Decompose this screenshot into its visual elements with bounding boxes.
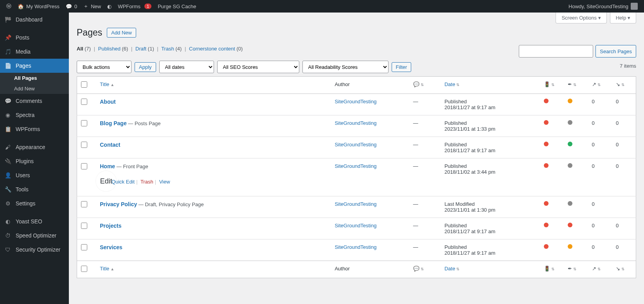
page-title-link[interactable]: About — [100, 99, 115, 105]
form-icon: 📋 — [4, 125, 12, 133]
purge-cache[interactable]: Purge SG Cache — [155, 0, 199, 13]
readability-filter-select[interactable]: All Readability Scores — [302, 61, 389, 73]
seo-filter-select[interactable]: All SEO Scores — [217, 61, 299, 73]
view-all[interactable]: All — [77, 46, 83, 52]
menu-dashboard[interactable]: 🏁Dashboard — [0, 13, 69, 27]
author-link[interactable]: SiteGroundTesting — [335, 244, 376, 250]
col-date[interactable]: Date — [444, 81, 455, 87]
row-checkbox[interactable] — [81, 99, 87, 105]
menu-posts[interactable]: 📌Posts — [0, 31, 69, 45]
trash-link[interactable]: Trash — [140, 179, 153, 185]
site-name[interactable]: 🏠My WordPress — [14, 0, 63, 13]
comments-bubble[interactable]: 💬0 — [63, 0, 80, 13]
submenu-all-pages[interactable]: All Pages — [0, 73, 69, 83]
author-link[interactable]: SiteGroundTesting — [335, 223, 376, 228]
menu-spectra[interactable]: ◉Spectra — [0, 108, 69, 122]
menu-media[interactable]: 🎵Media — [0, 45, 69, 59]
quick-edit-link[interactable]: Quick Edit — [112, 179, 135, 185]
menu-tools[interactable]: 🔧Tools — [0, 182, 69, 196]
menu-wpforms[interactable]: 📋WPForms — [0, 122, 69, 136]
view-published[interactable]: Published — [98, 46, 121, 52]
date-filter-select[interactable]: All dates — [159, 61, 214, 73]
select-all-top[interactable] — [81, 81, 87, 88]
row-checkbox[interactable] — [81, 120, 87, 126]
comment-icon[interactable]: 💬 — [413, 266, 419, 272]
row-checkbox[interactable] — [81, 223, 87, 229]
author-link[interactable]: SiteGroundTesting — [335, 142, 376, 148]
menu-yoast[interactable]: ◐Yoast SEO — [0, 214, 69, 228]
author-link[interactable]: SiteGroundTesting — [335, 120, 376, 126]
apply-button[interactable]: Apply — [135, 62, 156, 72]
wpforms-bar[interactable]: WPForms1 — [115, 0, 155, 13]
readability-dot — [568, 99, 572, 103]
page-title-link[interactable]: Projects — [100, 223, 121, 229]
row-checkbox[interactable] — [81, 163, 87, 169]
col-title-foot[interactable]: Title — [100, 266, 109, 272]
menu-users[interactable]: 👤Users — [0, 168, 69, 182]
comment-count: — — [409, 196, 441, 218]
col-date-foot[interactable]: Date — [444, 266, 455, 272]
row-checkbox[interactable] — [81, 142, 87, 148]
page-title-link[interactable]: Services — [100, 244, 122, 250]
screen-options-tab[interactable]: Screen Options ▾ — [556, 13, 606, 23]
post-state: — Front Page — [115, 164, 148, 169]
page-title-link[interactable]: Home — [100, 163, 115, 169]
author-link[interactable]: SiteGroundTesting — [335, 201, 376, 207]
view-draft[interactable]: Draft — [135, 46, 146, 52]
menu-comments[interactable]: 💬Comments — [0, 94, 69, 108]
page-title-link[interactable]: Blog Page — [100, 120, 126, 126]
table-row: Privacy Policy — Draft, Privacy Policy P… — [77, 196, 636, 218]
media-icon: 🎵 — [4, 48, 12, 56]
menu-security[interactable]: 🛡Security Optimizer — [0, 243, 69, 257]
table-row: About SiteGroundTesting — Published2018/… — [77, 94, 636, 115]
outgoing-count: 0 — [588, 115, 612, 137]
view-cornerstone[interactable]: Cornerstone content — [189, 46, 235, 52]
wp-logo[interactable]: ⓦ — [3, 0, 14, 13]
date-text: 2018/11/27 at 9:17 am — [444, 250, 495, 256]
col-author-foot: Author — [331, 261, 409, 278]
my-account[interactable]: Howdy, SiteGroundTesting — [565, 0, 641, 13]
row-checkbox[interactable] — [81, 201, 87, 207]
comment-count: — — [409, 218, 441, 239]
help-tab[interactable]: Help ▾ — [610, 13, 636, 23]
outgoing-count: 0 — [588, 158, 612, 196]
select-all-bottom[interactable] — [81, 266, 87, 272]
page-title-link[interactable]: Privacy Policy — [100, 201, 137, 207]
comment-count: — — [409, 137, 441, 158]
add-new-button[interactable]: Add New — [107, 28, 136, 38]
search-button[interactable]: Search Pages — [595, 45, 636, 58]
author-link[interactable]: SiteGroundTesting — [335, 163, 376, 169]
readability-dot — [568, 163, 572, 168]
search-input[interactable] — [519, 45, 593, 58]
post-state: — Draft, Privacy Policy Page — [137, 201, 204, 207]
outgoing-count: 0 — [588, 218, 612, 239]
bulk-actions-select[interactable]: Bulk actions — [77, 61, 131, 73]
seo-dot — [544, 201, 549, 206]
menu-pages[interactable]: 📄Pages — [0, 59, 69, 73]
submenu-add-new[interactable]: Add New — [0, 83, 69, 94]
status-text: Last Modified — [444, 201, 475, 207]
row-checkbox[interactable] — [81, 244, 87, 250]
readability-dot — [568, 244, 572, 249]
chevron-down-icon: ▾ — [598, 15, 601, 21]
wpforms-badge: 1 — [144, 4, 151, 9]
date-text: 2023/11/01 at 1:33 pm — [444, 126, 495, 132]
page-title-link[interactable]: Contact — [100, 142, 120, 148]
menu-speed[interactable]: ⏱Speed Optimizer — [0, 228, 69, 243]
view-link[interactable]: View — [159, 179, 170, 185]
menu-settings[interactable]: ⚙Settings — [0, 196, 69, 210]
admin-sidebar: 🏁Dashboard 📌Posts 🎵Media 📄Pages All Page… — [0, 13, 69, 304]
incoming-count: 0 — [612, 94, 636, 115]
menu-appearance[interactable]: 🖌Appearance — [0, 140, 69, 154]
menu-plugins[interactable]: 🔌Plugins — [0, 154, 69, 168]
submenu-pages: All Pages Add New — [0, 73, 69, 94]
yoast-bar[interactable]: ◐ — [104, 0, 115, 13]
incoming-links-icon: ↘ — [616, 81, 620, 87]
filter-button[interactable]: Filter — [392, 62, 412, 72]
chevron-down-icon: ▾ — [628, 15, 630, 21]
new-content[interactable]: ＋New — [80, 0, 104, 13]
view-trash[interactable]: Trash — [161, 46, 174, 52]
author-link[interactable]: SiteGroundTesting — [335, 99, 376, 104]
comment-icon[interactable]: 💬 — [413, 81, 419, 87]
col-title[interactable]: Title — [100, 81, 109, 87]
